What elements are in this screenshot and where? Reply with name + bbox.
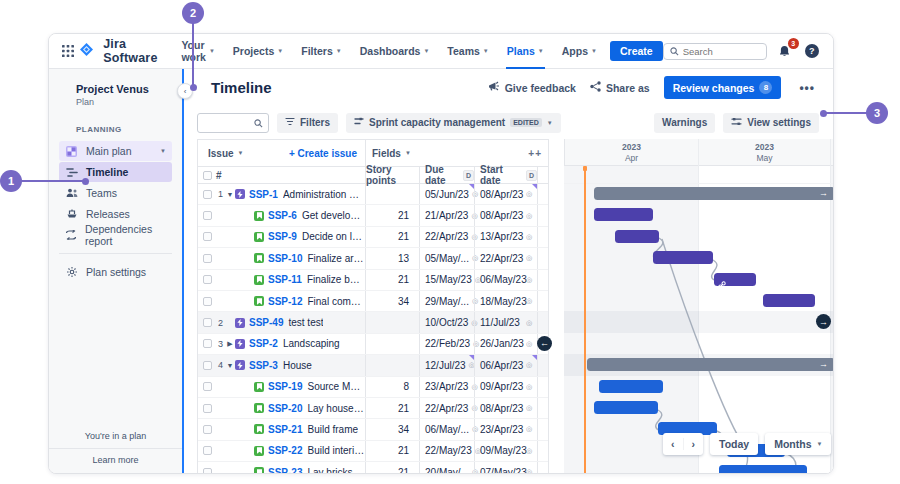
gantt-bar-SSP-19[interactable] [599, 380, 663, 393]
nav-plans[interactable]: Plans▼ [498, 34, 553, 69]
row-checkbox[interactable] [203, 425, 212, 434]
row-checkbox[interactable] [203, 275, 212, 284]
gantt-bar-SSP-6[interactable] [594, 208, 653, 221]
row-checkbox[interactable] [203, 468, 212, 474]
filters-button[interactable]: Filters [277, 113, 338, 133]
share-as-button[interactable]: Share as [590, 81, 650, 94]
expand-columns-button[interactable]: ++ [528, 148, 542, 159]
global-search-input[interactable] [663, 43, 767, 60]
select-all-checkbox[interactable] [203, 171, 212, 180]
create-issue-button[interactable]: + Create issue [289, 148, 357, 159]
issue-row-SSP-11[interactable]: SSP-11Finalize budget2115/May/23◎06/May/… [198, 270, 548, 291]
issue-key-link[interactable]: SSP-10 [268, 253, 302, 264]
gantt-bar-SSP-20[interactable] [594, 401, 658, 414]
nav-teams[interactable]: Teams▼ [438, 34, 497, 69]
nav-dashboards[interactable]: Dashboards▼ [351, 34, 439, 69]
sidebar-item-plan-settings[interactable]: Plan settings [59, 262, 172, 282]
start-date-cell[interactable]: 26/Jan/23◎ [474, 334, 537, 354]
sidebar-item-dependencies-report[interactable]: Dependencies report [59, 225, 172, 245]
start-date-cell[interactable]: 18/May/23◎ [474, 291, 537, 311]
row-checkbox[interactable] [203, 382, 212, 391]
due-date-cell[interactable]: 23/Apr/23◎ [419, 377, 474, 397]
issue-key-link[interactable]: SSP-49 [249, 317, 283, 328]
issue-row-SSP-21[interactable]: SSP-21Build frame3406/May/...◎23/Apr/23◎ [198, 419, 548, 440]
help-icon[interactable]: ? [803, 42, 821, 60]
more-options-button[interactable]: ••• [795, 79, 819, 97]
scroll-right-button[interactable]: › [684, 438, 704, 450]
row-checkbox[interactable] [203, 254, 212, 263]
row-checkbox[interactable] [203, 339, 212, 348]
due-date-cell[interactable]: 22/May/23◎ [419, 441, 474, 461]
issue-row-SSP-3[interactable]: 4▼SSP-3House12/Jul/23◎06/Apr/23◎ [198, 355, 548, 376]
create-button[interactable]: Create [610, 41, 663, 61]
timescale-select[interactable]: Months▼ [765, 433, 831, 455]
due-date-cell[interactable]: 29/May/...◎ [419, 291, 474, 311]
due-date-cell[interactable]: 22/Feb/23◎ [419, 334, 474, 354]
sidebar-item-releases[interactable]: Releases [59, 204, 172, 224]
start-date-cell[interactable]: 08/Apr/23◎ [474, 398, 537, 418]
issue-row-SSP-20[interactable]: SSP-20Lay house fou...2122/Apr/23◎08/Apr… [198, 398, 548, 419]
review-changes-button[interactable]: Review changes 8 [664, 76, 782, 99]
product-name[interactable]: Jira Software [103, 37, 162, 65]
row-checkbox[interactable] [203, 361, 212, 370]
nav-projects[interactable]: Projects▼ [224, 34, 292, 69]
learn-more-link[interactable]: Learn more [49, 448, 182, 473]
issue-row-SSP-9[interactable]: SSP-9Decide on layo...2122/Apr/23◎13/Apr… [198, 227, 548, 248]
nav-filters[interactable]: Filters▼ [292, 34, 350, 69]
issue-key-link[interactable]: SSP-22 [268, 445, 302, 456]
row-checkbox[interactable] [203, 232, 212, 241]
warnings-button[interactable]: Warnings [654, 113, 715, 133]
issue-row-SSP-10[interactable]: SSP-10Finalize archit...1305/May/...◎22/… [198, 248, 548, 269]
issue-key-link[interactable]: SSP-20 [268, 403, 302, 414]
due-date-cell[interactable]: 22/Apr/23◎ [419, 398, 474, 418]
jira-logo-icon[interactable] [80, 42, 93, 60]
view-settings-button[interactable]: View settings [723, 113, 819, 133]
row-checkbox[interactable] [203, 211, 212, 220]
nav-apps[interactable]: Apps▼ [553, 34, 606, 69]
start-date-cell[interactable]: 13/Apr/23◎ [474, 227, 537, 247]
gantt-bar-SSP-10[interactable] [653, 251, 713, 264]
sidebar-item-main-plan[interactable]: Main plan ▼ [59, 141, 172, 161]
sidebar-item-timeline[interactable]: Timeline [59, 162, 172, 182]
issue-key-link[interactable]: SSP-9 [268, 231, 297, 242]
today-button[interactable]: Today [710, 433, 758, 455]
start-date-cell[interactable]: 06/Apr/23◎ [474, 355, 537, 375]
give-feedback-button[interactable]: Give feedback [488, 81, 576, 94]
issue-row-SSP-2[interactable]: 3▶SSP-2Landscaping22/Feb/23◎26/Jan/23◎ [198, 334, 548, 355]
nav-your-work[interactable]: Your work▼ [172, 34, 223, 69]
issue-key-link[interactable]: SSP-12 [268, 296, 302, 307]
due-date-cell[interactable]: 20/May/...◎ [419, 462, 474, 474]
capacity-preset-button[interactable]: Sprint capacity management EDITED ▼ [346, 113, 561, 133]
chevron-down-icon[interactable]: ▼ [225, 191, 235, 198]
issue-row-SSP-12[interactable]: SSP-12Final complian...3429/May/...◎18/M… [198, 291, 548, 312]
start-date-cell[interactable]: 08/Apr/23◎ [474, 205, 537, 225]
due-date-cell[interactable]: 12/Jul/23◎ [419, 355, 474, 375]
scroll-left-button[interactable]: ‹ [663, 438, 684, 450]
due-date-cell[interactable]: 06/May/...◎ [419, 419, 474, 439]
chevron-right-icon[interactable]: ▶ [225, 340, 235, 348]
issue-key-link[interactable]: SSP-2 [249, 338, 278, 349]
due-date-cell[interactable]: 05/Jun/23◎ [419, 184, 474, 204]
issue-row-SSP-23[interactable]: SSP-23Lay bricks and...2120/May/...◎07/M… [198, 462, 548, 474]
row-checkbox[interactable] [203, 297, 212, 306]
fields-menu-button[interactable]: Fields▼ [372, 148, 411, 159]
due-date-cell[interactable]: 21/Apr/23◎ [419, 205, 474, 225]
gantt-bar-SSP-1[interactable]: → [594, 187, 834, 200]
row-checkbox[interactable] [203, 446, 212, 455]
start-date-cell[interactable]: 11/Jul/23◎ [474, 312, 537, 332]
issue-key-link[interactable]: SSP-11 [268, 274, 302, 285]
start-date-cell[interactable]: 06/May/23◎ [474, 270, 537, 290]
due-date-cell[interactable]: 05/May/...◎ [419, 248, 474, 268]
issue-key-link[interactable]: SSP-1 [249, 189, 278, 200]
issue-row-SSP-19[interactable]: SSP-19Source Materi...823/Apr/23◎09/Apr/… [198, 377, 548, 398]
start-date-cell[interactable]: 23/Apr/23◎ [474, 419, 537, 439]
gantt-bar-SSP-11[interactable] [714, 273, 756, 286]
issue-row-SSP-49[interactable]: 2SSP-49test test10/Oct/23◎11/Jul/23◎ [198, 312, 548, 333]
issue-key-link[interactable]: SSP-19 [268, 381, 302, 392]
issue-key-link[interactable]: SSP-21 [268, 424, 302, 435]
chevron-down-icon[interactable]: ▼ [225, 362, 235, 369]
due-date-cell[interactable]: 10/Oct/23◎ [419, 312, 474, 332]
start-date-cell[interactable]: 08/Apr/23◎ [474, 184, 537, 204]
gantt-bar-SSP-9[interactable] [615, 230, 659, 243]
settings-gear-icon[interactable] [830, 42, 834, 60]
